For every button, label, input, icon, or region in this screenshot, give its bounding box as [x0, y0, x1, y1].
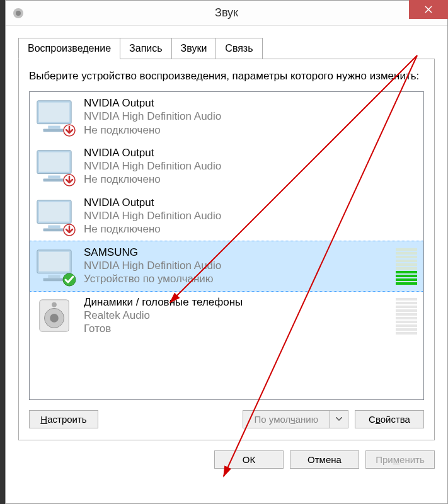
- svg-rect-3: [39, 103, 69, 122]
- device-name: Динамики / головные телефоны: [84, 296, 389, 309]
- disconnected-badge-icon: [62, 173, 76, 187]
- default-label-pre: По умол: [255, 414, 290, 425]
- monitor-icon: [35, 246, 74, 285]
- svg-point-25: [52, 302, 57, 307]
- set-default-button[interactable]: По умолчанию: [243, 410, 348, 428]
- svg-point-1: [16, 11, 21, 16]
- panel-button-row: Настроить По умолчанию Свойства: [29, 410, 424, 428]
- instruction-text: Выберите устройство воспроизведения, пар…: [29, 69, 424, 84]
- level-meter: [396, 297, 417, 335]
- ok-button[interactable]: ОК: [214, 450, 284, 469]
- svg-rect-14: [48, 226, 60, 229]
- configure-button[interactable]: Настроить: [29, 410, 98, 428]
- device-driver: NVIDIA High Definition Audio: [84, 159, 417, 173]
- device-name: NVIDIA Output: [84, 97, 417, 110]
- svg-point-24: [50, 314, 59, 323]
- device-text: NVIDIA OutputNVIDIA High Definition Audi…: [84, 97, 417, 137]
- tab-record[interactable]: Запись: [120, 38, 172, 59]
- window-title: Звук: [215, 6, 238, 20]
- svg-rect-9: [48, 176, 60, 179]
- default-label-u: ч: [290, 414, 296, 425]
- device-status: Не подключено: [84, 173, 417, 186]
- speaker-icon: [35, 296, 74, 335]
- monitor-icon: [35, 97, 74, 136]
- tab-sounds[interactable]: Звуки: [171, 38, 217, 59]
- disconnected-badge-icon: [62, 223, 76, 237]
- cancel-button[interactable]: Отмена: [290, 450, 359, 469]
- tab-comm[interactable]: Связь: [215, 38, 262, 59]
- apply-button[interactable]: Применить: [365, 450, 435, 469]
- svg-rect-4: [48, 126, 60, 129]
- device-item-0[interactable]: NVIDIA OutputNVIDIA High Definition Audi…: [30, 92, 423, 142]
- device-text: NVIDIA OutputNVIDIA High Definition Audi…: [84, 147, 417, 186]
- device-item-4[interactable]: Динамики / головные телефоныRealtek Audi…: [30, 291, 423, 341]
- app-icon: [12, 7, 25, 20]
- tab-strip: Воспроизведение Запись Звуки Связь: [18, 37, 435, 59]
- tab-panel-playback: Выберите устройство воспроизведения, пар…: [18, 59, 435, 440]
- content-area: Воспроизведение Запись Звуки Связь Выбер…: [6, 26, 447, 440]
- device-item-3[interactable]: SAMSUNGNVIDIA High Definition AudioУстро…: [29, 241, 424, 292]
- tab-playback[interactable]: Воспроизведение: [18, 38, 120, 59]
- device-text: SAMSUNGNVIDIA High Definition AudioУстро…: [84, 246, 389, 286]
- device-driver: NVIDIA High Definition Audio: [84, 209, 417, 222]
- device-item-2[interactable]: NVIDIA OutputNVIDIA High Definition Audi…: [30, 192, 423, 241]
- device-status: Не подключено: [84, 123, 417, 137]
- svg-rect-18: [39, 252, 69, 272]
- device-list[interactable]: NVIDIA OutputNVIDIA High Definition Audi…: [29, 91, 424, 400]
- device-text: Динамики / головные телефоныRealtek Audi…: [84, 296, 389, 336]
- device-name: NVIDIA Output: [84, 147, 417, 159]
- disconnected-badge-icon: [62, 123, 76, 137]
- device-driver: NVIDIA High Definition Audio: [84, 110, 417, 123]
- monitor-icon: [35, 197, 74, 236]
- device-status: Не подключено: [84, 222, 417, 236]
- device-text: NVIDIA OutputNVIDIA High Definition Audi…: [84, 197, 417, 236]
- properties-button[interactable]: Свойства: [355, 410, 424, 428]
- chevron-down-icon[interactable]: [330, 411, 348, 428]
- svg-rect-19: [48, 275, 60, 278]
- device-driver: NVIDIA High Definition Audio: [84, 259, 389, 272]
- device-status: Устройство по умолчанию: [84, 272, 389, 285]
- dialog-footer: ОК Отмена Применить: [6, 440, 447, 479]
- sound-dialog: Звук Воспроизведение Запись Звуки Связь …: [5, 0, 448, 504]
- device-status: Готов: [84, 322, 389, 335]
- device-name: NVIDIA Output: [84, 197, 417, 209]
- monitor-icon: [35, 147, 74, 186]
- check-badge-icon: [62, 273, 76, 287]
- svg-rect-13: [39, 202, 69, 222]
- device-driver: Realtek Audio: [84, 309, 389, 322]
- device-name: SAMSUNG: [84, 246, 389, 259]
- device-item-1[interactable]: NVIDIA OutputNVIDIA High Definition Audi…: [30, 142, 423, 192]
- close-button[interactable]: [409, 0, 448, 19]
- titlebar[interactable]: Звук: [6, 1, 447, 26]
- level-meter: [396, 247, 417, 285]
- default-label-post: анию: [296, 414, 318, 425]
- svg-rect-8: [39, 152, 69, 172]
